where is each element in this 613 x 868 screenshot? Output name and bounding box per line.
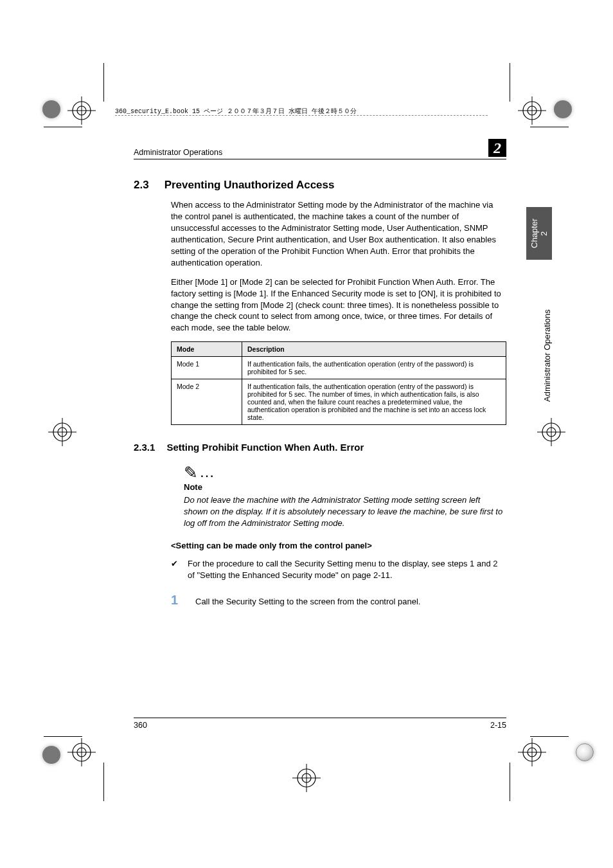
color-dot-bottom-right (576, 743, 594, 761)
chapter-number-box: 2 (488, 139, 506, 157)
page-header-title: Administrator Operations (134, 148, 222, 157)
footer-left: 360 (134, 721, 147, 730)
page-footer: 360 2-15 (134, 718, 506, 730)
note-heading: Note (184, 482, 506, 492)
source-file-header: 360_security_E.book 15 ページ ２００７年３月７日 水曜日… (115, 107, 488, 116)
subsection-heading: 2.3.1 Setting Prohibit Function When Aut… (134, 442, 506, 453)
source-file-text: 360_security_E.book 15 ページ ２００７年３月７日 水曜日… (115, 108, 357, 115)
paragraph: Either [Mode 1] or [Mode 2] can be selec… (171, 276, 506, 334)
crop-mark (44, 736, 82, 737)
section-title: Preventing Unauthorized Access (164, 179, 335, 192)
crop-mark (510, 763, 510, 801)
reg-mark-bottom-center (292, 764, 321, 792)
note-icon: ✎… (184, 464, 506, 481)
color-dot-top-left (42, 100, 60, 118)
page-header: Administrator Operations 2 (134, 139, 506, 159)
step-text: Call the Security Setting to the screen … (195, 597, 420, 606)
table-header: Mode (172, 342, 242, 357)
footer-right: 2-15 (490, 721, 506, 730)
color-dot-bottom-left (42, 746, 60, 764)
subsection-title: Setting Prohibit Function When Auth. Err… (166, 442, 364, 453)
table-cell: Mode 2 (172, 379, 242, 425)
crop-mark (103, 63, 104, 102)
crop-mark (103, 763, 104, 801)
table-cell: If authentication fails, the authenticat… (242, 357, 506, 379)
step-number: 1 (171, 593, 184, 608)
reg-mark-mid-left (48, 418, 76, 446)
crop-mark (44, 127, 82, 127)
crop-mark (530, 127, 569, 127)
subsection-number: 2.3.1 (134, 442, 155, 453)
section-heading: 2.3 Preventing Unauthorized Access (134, 179, 506, 192)
chapter-side-name: Administrator Operations (542, 270, 552, 402)
note-block: ✎… Note Do not leave the machine with th… (184, 464, 506, 529)
reg-mark-bottom-left (67, 738, 96, 766)
reg-mark-bottom-right (518, 738, 546, 766)
paragraph: When access to the Administrator Setting… (171, 199, 506, 269)
check-text: For the procedure to call the Security S… (188, 558, 506, 581)
table-header: Description (242, 342, 506, 357)
note-body: Do not leave the machine with the Admini… (184, 494, 506, 529)
section-number: 2.3 (134, 179, 149, 192)
chapter-tab: Chapter 2 (526, 207, 552, 260)
page-content: Administrator Operations 2 2.3 Preventin… (134, 139, 506, 608)
table-cell: If authentication fails, the authenticat… (242, 379, 506, 425)
reg-mark-top-right (518, 96, 546, 125)
reg-mark-top-left (67, 96, 96, 125)
reg-mark-mid-right (537, 418, 565, 446)
check-icon: ✔ (171, 558, 180, 581)
crop-mark (530, 736, 569, 737)
table-row: Mode 1 If authentication fails, the auth… (172, 357, 506, 379)
check-item: ✔ For the procedure to call the Security… (171, 558, 506, 581)
step-item: 1 Call the Security Setting to the scree… (171, 593, 506, 608)
crop-mark (510, 63, 510, 102)
color-dot-top-right (554, 100, 572, 118)
mode-table: Mode Description Mode 1 If authenticatio… (171, 341, 506, 425)
table-row: Mode 2 If authentication fails, the auth… (172, 379, 506, 425)
table-cell: Mode 1 (172, 357, 242, 379)
subheading: <Setting can be made only from the contr… (171, 541, 506, 550)
